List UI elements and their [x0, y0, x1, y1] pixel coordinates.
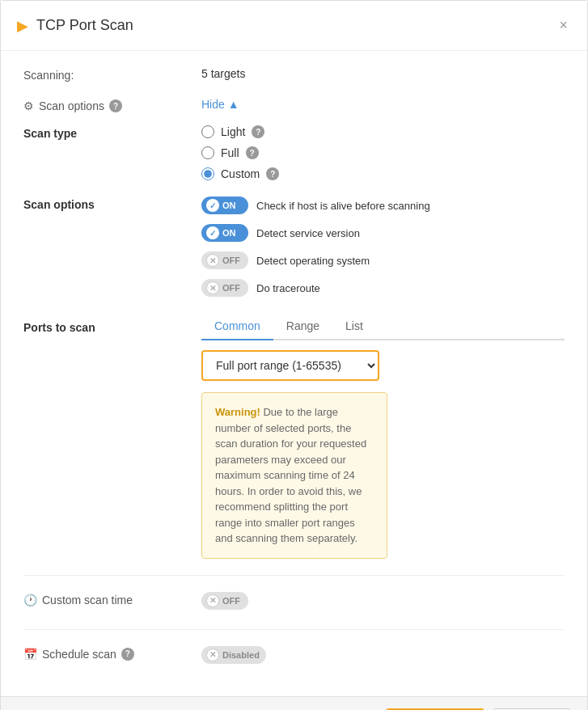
- radio-group: Light ? Full ? Custom ?: [201, 125, 565, 180]
- toggle-traceroute-text: Do traceroute: [256, 282, 320, 294]
- scan-options-help-icon[interactable]: ?: [109, 99, 122, 112]
- schedule-scan-toggle[interactable]: ✕ Disabled: [201, 646, 266, 664]
- warning-box: Warning! Due to the large number of sele…: [201, 392, 387, 559]
- schedule-scan-text: Schedule scan: [42, 648, 116, 661]
- toggle-version-check: ✓: [206, 226, 219, 239]
- toggle-version-label: ON: [222, 228, 236, 238]
- warning-bold: Warning!: [215, 406, 260, 418]
- toggle-alive[interactable]: ✓ ON: [201, 197, 248, 214]
- radio-full[interactable]: Full ?: [201, 146, 565, 159]
- play-icon: ▶: [17, 17, 28, 35]
- warning-body: Due to the large number of selected port…: [215, 406, 366, 544]
- schedule-scan-help-icon[interactable]: ?: [121, 648, 134, 661]
- dialog-header: ▶ TCP Port Scan ×: [1, 1, 587, 51]
- tab-list[interactable]: List: [332, 313, 376, 340]
- custom-scan-time-state: OFF: [222, 596, 240, 606]
- scan-options-list: ✓ ON Check if host is alive before scann…: [201, 197, 565, 297]
- toggle-version-row: ✓ ON Detect service version: [201, 224, 565, 242]
- dialog-body: Scanning: 5 targets ⚙ Scan options ? Hid…: [1, 51, 587, 696]
- scan-options-header-row: ⚙ Scan options ? Hide ▲: [23, 98, 565, 112]
- radio-light-label: Light: [221, 125, 245, 138]
- toggle-os-x: ✕: [206, 254, 219, 267]
- dialog-title: TCP Port Scan: [36, 17, 556, 34]
- scan-options-content: ✓ ON Check if host is alive before scann…: [201, 197, 565, 297]
- tab-range[interactable]: Range: [273, 313, 332, 340]
- schedule-scan-content: ✕ Disabled: [201, 646, 565, 664]
- divider-1: [23, 575, 565, 576]
- scanning-row: Scanning: 5 targets: [23, 67, 565, 82]
- tcp-port-scan-dialog: ▶ TCP Port Scan × Scanning: 5 targets ⚙ …: [0, 0, 588, 710]
- radio-custom-label: Custom: [221, 167, 260, 180]
- scan-options-label: Scan options: [23, 197, 201, 211]
- divider-2: [23, 629, 565, 630]
- toggle-traceroute-label: OFF: [222, 283, 240, 293]
- schedule-scan-row: 📅 Schedule scan ? ✕ Disabled: [23, 646, 565, 664]
- custom-scan-time-toggle[interactable]: ✕ OFF: [201, 592, 248, 610]
- scanning-value: 5 targets: [201, 67, 565, 80]
- toggle-os-row: ✕ OFF Detect operating system: [201, 251, 565, 269]
- custom-scan-time-x: ✕: [206, 594, 219, 607]
- radio-light-input[interactable]: [201, 125, 214, 138]
- schedule-scan-label: 📅 Schedule scan ?: [23, 646, 201, 661]
- clock-icon: 🕐: [23, 594, 37, 606]
- custom-scan-time-content: ✕ OFF: [201, 592, 565, 610]
- custom-scan-time-label: 🕐 Custom scan time: [23, 592, 201, 606]
- toggle-os-text: Detect operating system: [256, 255, 370, 267]
- radio-custom[interactable]: Custom ?: [201, 167, 565, 180]
- full-help-icon[interactable]: ?: [246, 146, 259, 159]
- toggle-alive-check: ✓: [206, 199, 219, 212]
- toggle-traceroute[interactable]: ✕ OFF: [201, 279, 248, 297]
- custom-scan-time-text: Custom scan time: [42, 594, 133, 606]
- radio-custom-input[interactable]: [201, 167, 214, 180]
- scanning-label: Scanning:: [23, 67, 201, 82]
- scan-type-row: Scan type Light ? Full ? Custo: [23, 125, 565, 180]
- toggle-alive-text: Check if host is alive before scanning: [256, 200, 430, 212]
- radio-full-label: Full: [221, 146, 239, 159]
- custom-help-icon[interactable]: ?: [266, 167, 279, 180]
- scan-options-row: Scan options ✓ ON Check if host is alive…: [23, 197, 565, 297]
- toggle-os[interactable]: ✕ OFF: [201, 251, 248, 269]
- toggle-traceroute-row: ✕ OFF Do traceroute: [201, 279, 565, 297]
- scan-options-header-text: Scan options: [39, 99, 104, 112]
- toggle-alive-label: ON: [222, 201, 236, 210]
- dialog-footer: Start Scan Cancel: [1, 696, 587, 711]
- radio-full-input[interactable]: [201, 146, 214, 159]
- toggle-os-label: OFF: [222, 256, 240, 265]
- port-range-select[interactable]: Full port range (1-65535) Common ports T…: [201, 350, 379, 381]
- tab-common[interactable]: Common: [201, 313, 273, 340]
- scan-type-label: Scan type: [23, 125, 201, 140]
- toggle-version[interactable]: ✓ ON: [201, 224, 248, 242]
- ports-label: Ports to scan: [23, 313, 201, 334]
- scan-options-header-label: ⚙ Scan options ?: [23, 98, 201, 112]
- gear-icon: ⚙: [23, 99, 34, 112]
- toggle-version-text: Detect service version: [256, 227, 360, 239]
- close-button[interactable]: ×: [556, 14, 571, 37]
- ports-content: Common Range List Full port range (1-655…: [201, 313, 565, 559]
- hide-link-container: Hide ▲: [201, 98, 565, 111]
- light-help-icon[interactable]: ?: [252, 125, 264, 138]
- toggle-alive-row: ✓ ON Check if host is alive before scann…: [201, 197, 565, 214]
- radio-light[interactable]: Light ?: [201, 125, 565, 138]
- hide-label: Hide: [201, 98, 225, 111]
- hide-arrow-icon: ▲: [228, 98, 239, 111]
- scan-type-options: Light ? Full ? Custom ?: [201, 125, 565, 180]
- warning-text: Warning! Due to the large number of sele…: [215, 404, 374, 547]
- schedule-scan-state: Disabled: [222, 650, 260, 660]
- schedule-scan-x: ✕: [206, 649, 219, 661]
- calendar-icon: 📅: [23, 648, 37, 661]
- custom-scan-time-row: 🕐 Custom scan time ✕ OFF: [23, 592, 565, 610]
- ports-tabs: Common Range List: [201, 313, 565, 340]
- ports-to-scan-row: Ports to scan Common Range List Full por…: [23, 313, 565, 559]
- toggle-traceroute-x: ✕: [206, 281, 219, 294]
- hide-link[interactable]: Hide ▲: [201, 98, 565, 111]
